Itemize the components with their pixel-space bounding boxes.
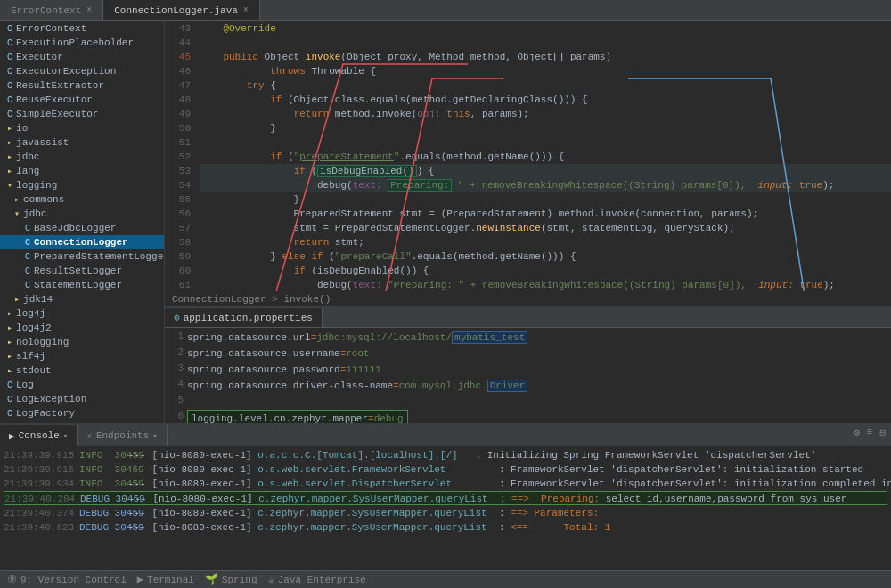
log-time: 21:39:39.934: [4, 477, 79, 491]
status-version-control[interactable]: ⑨ 9: Version Control: [7, 573, 127, 586]
tab-label: ErrorContext: [11, 5, 81, 16]
status-bar: ⑨ 9: Version Control ▶ Terminal 🌱 Spring…: [0, 570, 891, 588]
sidebar-item-logexception[interactable]: C LogException: [0, 392, 164, 406]
log-msg: --- [nio-8080-exec-1] o.s.web.servlet.Fr…: [128, 462, 863, 477]
breadcrumb: ConnectionLogger > invoke(): [165, 291, 891, 307]
code-line-59: } else if ("prepareCall".equals(method.g…: [200, 249, 891, 264]
code-line-46: throws Throwable {: [200, 64, 891, 78]
sidebar-item-jdbc-top[interactable]: ▸ jdbc: [0, 150, 164, 164]
sidebar-item-reuseexecutor[interactable]: C ReuseExecutor: [0, 93, 164, 107]
log-level: DEBUG 30459: [80, 492, 129, 506]
folder-icon: ▾: [14, 208, 20, 219]
sidebar-item-preparedstatementlogger[interactable]: C PreparedStatementLogger: [0, 249, 164, 264]
folder-icon: ▸: [7, 123, 12, 134]
properties-tab[interactable]: ⚙ application.properties: [165, 308, 323, 327]
properties-tab-bar: ⚙ application.properties: [165, 308, 891, 328]
prop-line-6: logging.level.cn.zephyr.mapper=debug: [187, 410, 891, 423]
sidebar-item-jdbc[interactable]: ▾ jdbc: [0, 207, 164, 221]
editor-area: 43 44 45 46 47 48 49 50 51 52 53 54 55 5…: [165, 21, 891, 423]
tab-error-context[interactable]: ErrorContext ×: [0, 0, 103, 20]
status-terminal-label: Terminal: [147, 575, 194, 585]
sidebar-item-slf4j[interactable]: ▸ slf4j: [0, 349, 164, 363]
status-java-enterprise[interactable]: ☕ Java Enterprise: [267, 573, 365, 586]
class-icon: C: [7, 409, 12, 419]
log-msg: --- [nio-8080-exec-1] c.zephyr.mapper.Sy…: [128, 506, 599, 520]
code-line-55: }: [200, 192, 891, 207]
sidebar-item-stdout[interactable]: ▸ stdout: [0, 363, 164, 378]
log-level: INFO 30459: [79, 462, 128, 477]
folder-icon: ▸: [7, 166, 12, 176]
sidebar-item-commons[interactable]: ▸ commons: [0, 192, 164, 207]
class-icon: C: [7, 24, 12, 34]
sidebar-item-resultsetlogger[interactable]: C ResultSetLogger: [0, 264, 164, 278]
code-line-45: public Object invoke(Object proxy, Metho…: [200, 50, 891, 64]
sidebar-item-errorcontext[interactable]: C ErrorContext: [0, 21, 164, 36]
sidebar-item-resultextractor[interactable]: C ResultExtractor: [0, 78, 164, 93]
console-tab-console[interactable]: ▶ Console ▾: [0, 425, 78, 446]
code-line-56: PreparedStatement stmt = (PreparedStatem…: [200, 207, 891, 221]
sidebar-item-logfactory[interactable]: C LogFactory: [0, 406, 164, 421]
close-icon[interactable]: ×: [243, 5, 249, 15]
sidebar-item-basejdbclogger[interactable]: C BaseJdbcLogger: [0, 221, 164, 235]
sidebar-item-executor[interactable]: C Executor: [0, 50, 164, 64]
properties-section: ⚙ application.properties 1 2 3 4 5 6 spr…: [165, 307, 891, 423]
sidebar-item-executionplaceholder[interactable]: C ExecutionPlaceholder: [0, 36, 164, 50]
code-line-53: if (isDebugEnabled()) {: [200, 164, 891, 178]
filter-icon[interactable]: ⊟: [879, 427, 886, 438]
sidebar-item-log4j[interactable]: ▸ log4j: [0, 306, 164, 321]
prop-lines: spring.datasource.url=jdbc:mysql://local…: [187, 328, 891, 423]
sidebar-item-nologging[interactable]: ▸ nologging: [0, 335, 164, 349]
sidebar-item-statementlogger[interactable]: C StatementLogger: [0, 278, 164, 292]
console-content: 21:39:39.915 INFO 30459 --- [nio-8080-ex…: [0, 446, 891, 570]
sidebar-item-lang[interactable]: ▸ lang: [0, 164, 164, 178]
console-area: ▶ Console ▾ ⚡ Endpoints ▾ ⚙ ≡ ⊟ 21:39:39…: [0, 423, 891, 570]
prop-line-3: spring.datasource.password=111111: [187, 362, 891, 378]
folder-icon: ▸: [7, 308, 12, 319]
code-line-57: stmt = PreparedStatementLogger.newInstan…: [200, 221, 891, 235]
sidebar-item-jdk14[interactable]: ▸ jdk14: [0, 292, 164, 306]
status-vc-label: 9: Version Control: [20, 575, 127, 585]
log-time: 21:39:40.374: [4, 506, 79, 520]
close-icon[interactable]: ×: [86, 5, 92, 15]
code-line-49: return method.invoke(obj: this, params);: [200, 107, 891, 121]
prop-line-2: spring.datasource.username=root: [187, 346, 891, 362]
folder-icon: ▸: [7, 323, 12, 333]
main-area: C ErrorContext C ExecutionPlaceholder C …: [0, 21, 891, 423]
log-level: DEBUG 30459: [79, 506, 128, 520]
java-icon: ☕: [267, 573, 274, 586]
code-line-50: }: [200, 121, 891, 135]
prop-line-1: spring.datasource.url=jdbc:mysql://local…: [187, 330, 891, 346]
endpoints-tab-label: Endpoints: [96, 430, 149, 441]
sidebar-item-io[interactable]: ▸ io: [0, 121, 164, 135]
log-time: 21:39:40.623: [4, 520, 79, 535]
sidebar-item-simpleexecutor[interactable]: C SimpleExecutor: [0, 107, 164, 121]
log-msg: --- [nio-8080-exec-1] c.zephyr.mapper.Sy…: [128, 520, 610, 535]
settings-icon[interactable]: ⚙: [854, 427, 860, 438]
tab-connection-logger[interactable]: ConnectionLogger.java ×: [103, 0, 260, 20]
class-icon: C: [7, 395, 12, 404]
folder-icon: ▸: [7, 351, 12, 362]
prop-line-numbers: 1 2 3 4 5 6: [165, 328, 187, 423]
class-icon: C: [7, 53, 12, 62]
sidebar-item-connectionlogger[interactable]: C ConnectionLogger: [0, 235, 164, 249]
top-tab-bar: ErrorContext × ConnectionLogger.java ×: [0, 0, 891, 21]
sidebar-item-log[interactable]: C Log: [0, 378, 164, 392]
status-terminal[interactable]: ▶ Terminal: [137, 573, 194, 586]
code-line-60: if (isDebugEnabled()) {: [200, 264, 891, 278]
console-tab-endpoints[interactable]: ⚡ Endpoints ▾: [78, 425, 167, 446]
properties-tab-label: application.properties: [184, 313, 313, 323]
console-toolbar: ⚙ ≡ ⊟: [854, 427, 886, 438]
prop-line-4: spring.datasource.driver-class-name=com.…: [187, 378, 891, 394]
sidebar-item-executorexception[interactable]: C ExecutorException: [0, 64, 164, 78]
list-icon[interactable]: ≡: [867, 427, 873, 438]
sidebar-item-javassist[interactable]: ▸ javassist: [0, 135, 164, 150]
endpoints-icon: ⚡: [86, 430, 93, 442]
sidebar-item-log4j2[interactable]: ▸ log4j2: [0, 321, 164, 335]
class-icon: C: [25, 252, 30, 262]
folder-icon: ▸: [7, 137, 12, 148]
class-icon: C: [25, 224, 30, 233]
folder-icon: ▾: [7, 180, 12, 191]
sidebar-item-logging[interactable]: ▾ logging: [0, 178, 164, 192]
class-icon: C: [25, 266, 30, 276]
status-spring[interactable]: 🌱 Spring: [205, 573, 257, 586]
